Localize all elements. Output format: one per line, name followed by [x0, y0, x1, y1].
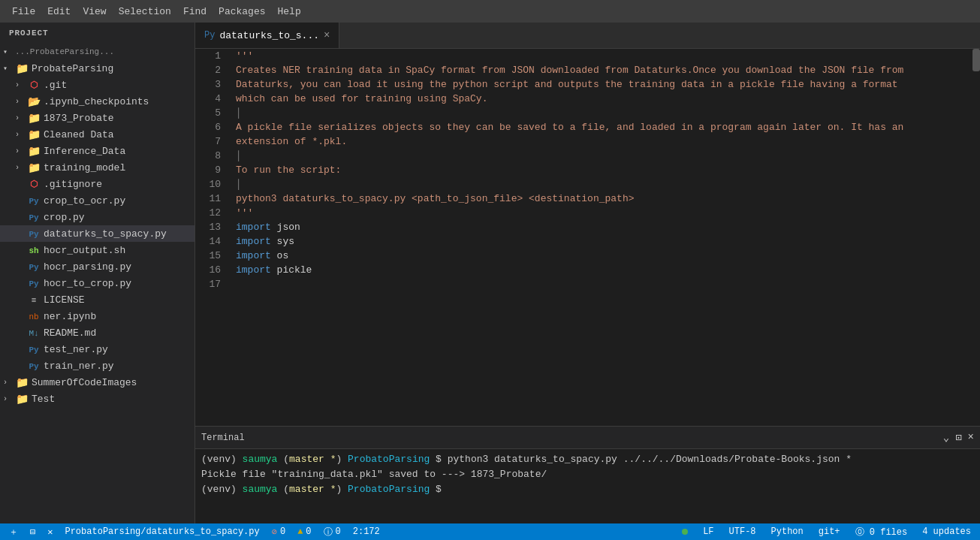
tab-dataturks[interactable]: Py dataturks_to_s... × [195, 23, 339, 48]
statusbar-lf[interactable]: LF [700, 523, 716, 540]
line-content: │ [233, 177, 972, 192]
line-number: 11 [195, 192, 233, 206]
menu-file[interactable]: File [6, 3, 41, 20]
statusbar-close-file[interactable]: ✕ [44, 523, 56, 540]
updates-label: 4 updates [922, 526, 971, 537]
sidebar-item-license[interactable]: › ≡ LICENSE [0, 291, 194, 308]
sidebar-item-test[interactable]: › 📁 Test [0, 391, 194, 407]
py-icon: Py [27, 278, 41, 289]
sidebar-item-label: .ipynb_checkpoints [44, 96, 149, 107]
menu-find[interactable]: Find [177, 3, 213, 20]
line-number: 7 [195, 134, 233, 149]
menu-help[interactable]: Help [272, 3, 307, 20]
arrow-icon: › [15, 164, 27, 172]
git-icon: ⬡ [27, 80, 41, 91]
line-number: 4 [195, 92, 233, 106]
line-content: import json [233, 220, 972, 234]
sidebar-item-summer[interactable]: › 📁 SummerOfCodeImages [0, 374, 194, 391]
sidebar-item-ner-ipynb[interactable]: › nb ner.ipynb [0, 308, 194, 324]
code-line-7: 7 extension of *.pkl. [195, 134, 972, 149]
line-content: ''' [233, 206, 972, 220]
statusbar-right: LF UTF-8 Python git+ ⓪ 0 files 4 updates [679, 523, 974, 540]
sidebar-item-label: 1873_Probate [44, 113, 114, 124]
sidebar-item-label: README.md [44, 327, 96, 339]
arrow-icon: › [15, 81, 27, 89]
line-number: 10 [195, 177, 233, 192]
sidebar-item-label: Inference_Data [44, 146, 125, 157]
sidebar-item-hocr-output[interactable]: › sh hocr_output.sh [0, 242, 194, 258]
sidebar-item-crop-to-ocr[interactable]: › Py crop_to_ocr.py [0, 192, 194, 209]
menu-edit[interactable]: Edit [41, 3, 77, 20]
line-content: python3 dataturks_to_spacy.py <path_to_j… [233, 192, 972, 206]
terminal-line-3: (venv) saumya (master *) ProbatoParsing … [201, 482, 974, 497]
sidebar-item-git[interactable]: › ⬡ .git [0, 77, 194, 93]
sidebar-item-label: crop.py [44, 212, 85, 223]
breadcrumb-text: ProbatoParsing/dataturks_to_spacy.py [65, 526, 259, 537]
code-line-13: 13 import json [195, 220, 972, 234]
statusbar: ＋ ⊟ ✕ ProbatoParsing/dataturks_to_spacy.… [0, 523, 980, 540]
line-number: 17 [195, 277, 233, 291]
line-number: 5 [195, 106, 233, 120]
folder-icon: 📁 [27, 161, 41, 174]
code-line-8: 8 │ [195, 149, 972, 163]
sidebar-item-probateparsing[interactable]: ▾ 📁 ProbateParsing [0, 60, 194, 77]
arrow-icon: › [3, 395, 15, 403]
statusbar-git-status[interactable]: git+ [816, 523, 843, 540]
menu-view[interactable]: View [77, 3, 112, 20]
statusbar-info[interactable]: ⓘ 0 [321, 523, 344, 540]
sidebar-item-ipynb-checkpoints[interactable]: › 📂 .ipynb_checkpoints [0, 93, 194, 110]
scrollbar[interactable] [972, 49, 980, 426]
sidebar-item-crop[interactable]: › Py crop.py [0, 209, 194, 225]
sidebar-item-label: SummerOfCodeImages [32, 377, 137, 388]
statusbar-split-button[interactable]: ⊟ [27, 523, 38, 540]
sidebar-item-dataturks[interactable]: › Py dataturks_to_spacy.py [0, 225, 194, 242]
code-line-12: 12 ''' [195, 206, 972, 220]
menu-selection[interactable]: Selection [113, 3, 177, 20]
sidebar-item-training-model[interactable]: › 📁 training_model [0, 159, 194, 176]
sidebar-item-hocr-parsing[interactable]: › Py hocr_parsing.py [0, 258, 194, 275]
statusbar-files[interactable]: ⓪ 0 files [852, 523, 911, 540]
sidebar-item-gitignore[interactable]: › ⬡ .gitignore [0, 176, 194, 192]
main-layout: Project ▾ ...ProbateParsing... ▾ 📁 Proba… [0, 23, 980, 523]
statusbar-add-button[interactable]: ＋ [6, 523, 21, 540]
statusbar-encoding[interactable]: UTF-8 [726, 523, 759, 540]
statusbar-breadcrumb[interactable]: ProbatoParsing/dataturks_to_spacy.py [62, 523, 262, 540]
sidebar-item-hocr-to-crop[interactable]: › Py hocr_to_crop.py [0, 275, 194, 291]
menu-packages[interactable]: Packages [213, 3, 271, 20]
statusbar-errors[interactable]: ⊘ 0 [269, 523, 288, 540]
code-line-11: 11 python3 dataturks_to_spacy.py <path_t… [195, 192, 972, 206]
terminal-maximize-icon[interactable]: ⊡ [955, 431, 961, 444]
sidebar-item-label: hocr_output.sh [44, 245, 125, 256]
sidebar-item-train-ner[interactable]: › Py train_ner.py [0, 357, 194, 374]
sidebar-item-inference-data[interactable]: › 📁 Inference_Data [0, 143, 194, 159]
terminal-user: saumya [243, 454, 278, 465]
sidebar-item-readme[interactable]: › M↓ README.md [0, 324, 194, 341]
sidebar-item-label: hocr_parsing.py [44, 261, 131, 273]
sidebar-item-cleaned-data[interactable]: › 📁 Cleaned Data [0, 126, 194, 143]
scrollbar-thumb[interactable] [972, 49, 980, 71]
statusbar-language[interactable]: Python [768, 523, 807, 540]
lf-label: LF [703, 526, 713, 537]
sidebar-item-root[interactable]: ▾ ...ProbateParsing... [0, 44, 194, 60]
line-number: 3 [195, 77, 233, 92]
terminal-close-icon[interactable]: × [968, 431, 974, 444]
sidebar-item-label: LICENSE [44, 294, 85, 306]
line-number: 15 [195, 249, 233, 263]
terminal-chevron-down[interactable]: ⌄ [943, 431, 949, 444]
sidebar-header: Project [0, 23, 194, 44]
statusbar-warnings[interactable]: ▲ 0 [294, 523, 314, 540]
sidebar-tree: ▾ ...ProbateParsing... ▾ 📁 ProbateParsin… [0, 44, 194, 523]
statusbar-dot[interactable] [679, 523, 691, 540]
sidebar-item-1873probate[interactable]: › 📁 1873_Probate [0, 110, 194, 126]
sidebar-item-test-ner[interactable]: › Py test_ner.py [0, 341, 194, 357]
line-number: 14 [195, 234, 233, 249]
code-line-4: 4 which can be used for training using S… [195, 92, 972, 106]
tab-close-button[interactable]: × [324, 29, 330, 41]
arrow-icon: › [15, 147, 27, 155]
code-editor[interactable]: 1 ''' 2 Creates NER training data in Spa… [195, 49, 972, 426]
py-icon: Py [27, 261, 41, 273]
terminal-content: (venv) saumya (master *) ProbatoParsing … [195, 449, 980, 523]
code-lines: 1 ''' 2 Creates NER training data in Spa… [195, 49, 972, 291]
statusbar-updates[interactable]: 4 updates [919, 523, 974, 540]
statusbar-cursor[interactable]: 2:172 [350, 523, 383, 540]
